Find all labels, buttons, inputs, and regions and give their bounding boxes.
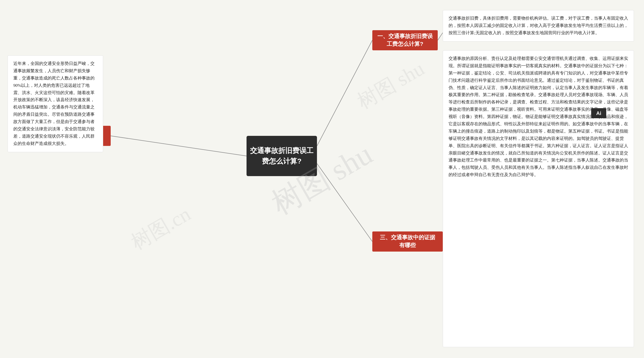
- top-right-text-box: 交通事故折旧费，具体折旧费用，需要物价机构评估。误工费，对于误工费，当事人有固定…: [443, 10, 634, 42]
- bottom-right-branch-node: 三、交通事故中的证据有哪些: [372, 231, 443, 252]
- ai-badge-text: Ai: [596, 110, 601, 116]
- central-node: 交通事故折旧费误工费怎么计算?: [247, 136, 317, 176]
- svg-line-1: [317, 40, 372, 146]
- left-text-content: 近年来，全国的交通安全形势日益严峻，交通事故频繁发生，人员伤亡和财产损失惨重，交…: [13, 61, 95, 146]
- left-text-box: 近年来，全国的交通安全形势日益严峻，交通事故频繁发生，人员伤亡和财产损失惨重，交…: [8, 55, 103, 152]
- bottom-right-branch-label: 三、交通事故中的证据有哪些: [377, 234, 438, 249]
- top-right-text-content: 交通事故折旧费，具体折旧费用，需要物价机构评估。误工费，对于误工费，当事人有固定…: [449, 16, 628, 35]
- svg-line-0: [111, 136, 247, 156]
- svg-line-3: [438, 33, 443, 40]
- ai-badge: Ai: [591, 108, 606, 118]
- svg-line-2: [317, 164, 372, 242]
- canvas: 交通事故折旧费误工费怎么计算? 二、交通事故对人们的危害 一、交通事故折旧费误工…: [0, 0, 644, 358]
- watermark-text-top: 树图 shu: [352, 55, 429, 115]
- top-right-branch-node: 一、交通事故折旧费误工费怎么计算?: [372, 30, 438, 50]
- watermark-text-bottom: 树图.cn: [126, 201, 195, 256]
- top-right-branch-label: 一、交通事故折旧费误工费怎么计算?: [377, 32, 433, 48]
- bottom-right-text-box: 交通事故的原因分析、责任认定及处理都需要公安交通管理机关通过调查、收集、运用证据…: [443, 50, 634, 347]
- central-node-text: 交通事故折旧费误工费怎么计算?: [247, 143, 317, 169]
